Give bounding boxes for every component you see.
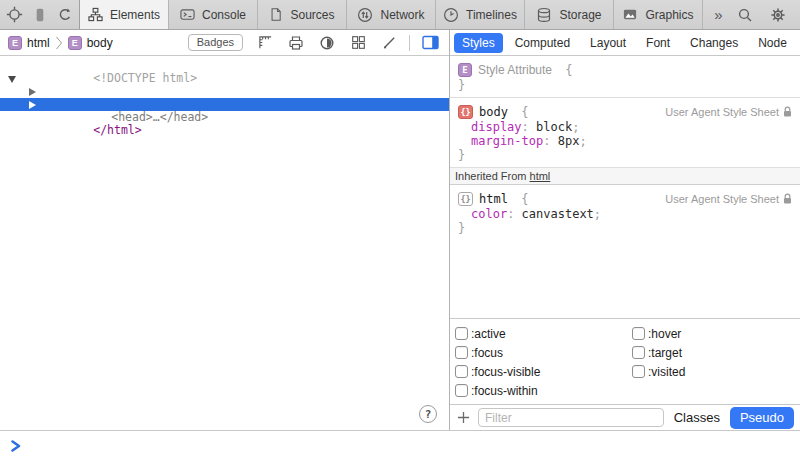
pseudo-toggle-target[interactable]: :target [632,346,800,360]
appearance-icon[interactable] [316,32,338,54]
element-badge-body: E [68,36,82,50]
disclosure-triangle-icon[interactable] [8,76,16,83]
pseudo-toggle-hover[interactable]: :hover [632,327,800,341]
pseudo-button[interactable]: Pseudo [730,407,794,429]
dom-node-head[interactable]: <head>…</head> [0,85,449,98]
settings-gear-icon[interactable] [767,4,789,26]
rule-origin: User Agent Style Sheet [665,106,792,118]
disclosure-triangle-icon[interactable] [29,88,36,96]
tab-graphics[interactable]: Graphics [613,0,702,29]
tab-network[interactable]: Network [346,0,435,29]
tab-label: Console [202,8,246,22]
add-rule-button[interactable] [456,410,471,425]
sidebar-tabs: Styles Computed Layout Font Changes Node… [450,30,800,56]
print-icon[interactable] [285,32,307,54]
rule-style-attribute[interactable]: E Style Attribute { } [450,56,800,98]
css-rule-badge-icon: {} [458,105,473,119]
graphics-icon [622,7,638,22]
classes-button[interactable]: Classes [671,410,723,425]
elements-panel: E html E body Badges [0,30,450,430]
header-divider [409,35,410,51]
tab-sources[interactable]: Sources [257,0,346,29]
tab-label: Storage [559,8,601,22]
tab-label: Sources [290,8,334,22]
rule-selector: body [479,105,508,119]
element-badge-html: E [8,36,22,50]
inherited-node-link[interactable]: html [530,170,551,182]
ruler-icon[interactable] [254,32,276,54]
checkbox[interactable] [455,365,468,378]
quick-console-bar[interactable] [0,430,800,461]
pseudo-toggle-focus-visible[interactable]: :focus-visible [455,365,632,379]
sidebar-tab-computed[interactable]: Computed [507,33,578,53]
badges-button[interactable]: Badges [188,34,243,51]
rule-selector: Style Attribute [478,63,552,77]
dom-node-html-close[interactable]: </html> [0,111,449,124]
pseudo-toggle-focus-within[interactable]: :focus-within [455,384,632,398]
checkbox[interactable] [455,384,468,397]
pseudo-class-section: :active :hover :focus :target :focus-vis… [450,318,800,404]
pseudo-toggle-visited[interactable]: :visited [632,365,800,379]
main-split: E html E body Badges [0,30,800,430]
breadcrumb-item-body[interactable]: body [87,36,113,50]
sidebar-tab-font[interactable]: Font [638,33,678,53]
sidebar-tab-node[interactable]: Node [750,33,795,53]
lock-icon [783,193,792,205]
css-declaration[interactable]: margin-top: 8px; [458,134,792,148]
paint-flashing-icon[interactable] [378,32,400,54]
tab-timelines[interactable]: Timelines [435,0,524,29]
rule-html[interactable]: {} html { User Agent Style Sheet color: … [450,185,800,240]
checkbox[interactable] [455,327,468,340]
styles-panel: E Style Attribute { } {} body { User Age… [450,56,800,404]
checkbox[interactable] [455,346,468,359]
device-icon[interactable] [29,4,51,26]
timelines-icon [443,7,459,23]
tab-label: Timelines [466,8,517,22]
breadcrumb-separator-icon [55,36,63,50]
sidebar-toggle-icon[interactable] [419,32,441,54]
help-button[interactable]: ? [419,405,437,423]
reload-icon[interactable] [54,4,76,26]
rule-body[interactable]: {} body { User Agent Style Sheet display… [450,98,800,168]
css-declaration[interactable]: color: canvastext; [458,207,792,221]
tab-overflow-button[interactable]: » [714,7,722,22]
sidebar-tab-styles[interactable]: Styles [454,33,503,53]
elements-icon [88,7,103,22]
dom-header-icons [254,32,441,54]
tab-label: Network [380,8,424,22]
checkbox[interactable] [632,346,645,359]
css-rule-badge-icon: {} [458,192,473,206]
tab-label: Elements [110,8,160,22]
grid-overlay-icon[interactable] [347,32,369,54]
dom-node-body-selected[interactable]: <body>…</body> = $0 [0,98,449,111]
sources-icon [269,7,283,22]
pseudo-toggle-active[interactable]: :active [455,327,632,341]
console-prompt-icon [10,439,22,453]
sidebar-tab-changes[interactable]: Changes [682,33,746,53]
styles-filter-input[interactable] [478,408,664,427]
element-badge-icon: E [458,63,472,77]
dom-node-doctype[interactable]: <!DOCTYPE html> [0,59,449,72]
tab-elements[interactable]: Elements [79,0,168,29]
console-icon [180,7,195,22]
search-icon[interactable] [734,4,756,26]
sidebar-tab-layout[interactable]: Layout [582,33,634,53]
lock-icon [783,106,792,118]
pseudo-toggle-focus[interactable]: :focus [455,346,632,360]
main-toolbar: Elements Console Sources [0,0,800,30]
rule-selector: html [479,192,508,206]
network-icon [357,7,373,23]
dom-node-html[interactable]: <html lang="en"> [0,72,449,85]
tab-label: Graphics [645,8,693,22]
dom-tree: <!DOCTYPE html> <html lang="en"> <head>…… [0,56,449,430]
breadcrumb-item-html[interactable]: html [27,36,50,50]
toolbar-left-icons [0,0,79,29]
styles-empty-space [450,240,800,318]
disclosure-triangle-icon[interactable] [29,101,36,109]
css-declaration[interactable]: display: block; [458,120,792,134]
checkbox[interactable] [632,365,645,378]
inspect-element-icon[interactable] [3,4,25,26]
checkbox[interactable] [632,327,645,340]
tab-storage[interactable]: Storage [524,0,613,29]
tab-console[interactable]: Console [168,0,257,29]
